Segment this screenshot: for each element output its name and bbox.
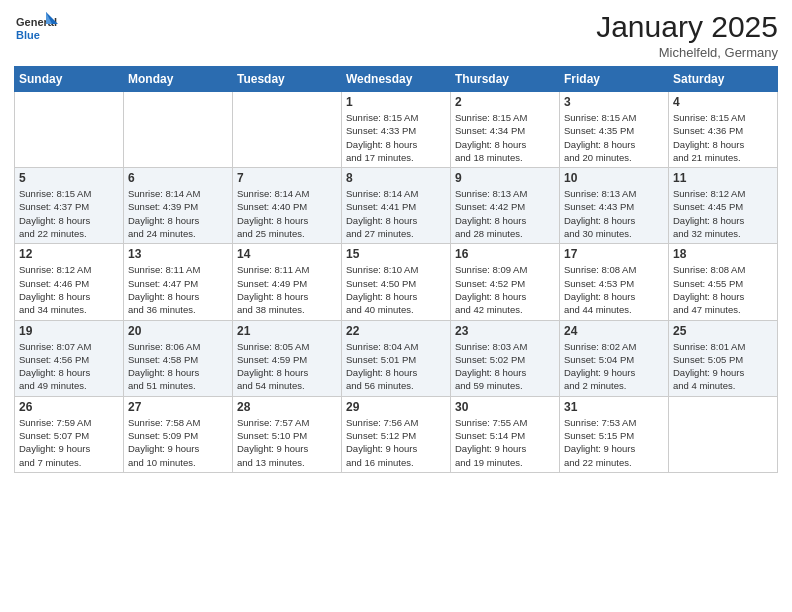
day-info: Sunrise: 8:15 AMSunset: 4:34 PMDaylight:…: [455, 111, 555, 164]
day-info: Sunrise: 8:15 AMSunset: 4:37 PMDaylight:…: [19, 187, 119, 240]
calendar-table: SundayMondayTuesdayWednesdayThursdayFrid…: [14, 66, 778, 473]
day-number: 10: [564, 171, 664, 185]
day-number: 15: [346, 247, 446, 261]
calendar-day-cell: 10Sunrise: 8:13 AMSunset: 4:43 PMDayligh…: [560, 168, 669, 244]
calendar-day-cell: 19Sunrise: 8:07 AMSunset: 4:56 PMDayligh…: [15, 320, 124, 396]
day-info: Sunrise: 8:11 AMSunset: 4:47 PMDaylight:…: [128, 263, 228, 316]
day-number: 4: [673, 95, 773, 109]
day-number: 21: [237, 324, 337, 338]
logo: General Blue: [14, 10, 58, 50]
day-info: Sunrise: 7:53 AMSunset: 5:15 PMDaylight:…: [564, 416, 664, 469]
day-number: 18: [673, 247, 773, 261]
calendar-day-cell: 7Sunrise: 8:14 AMSunset: 4:40 PMDaylight…: [233, 168, 342, 244]
day-number: 13: [128, 247, 228, 261]
day-number: 5: [19, 171, 119, 185]
calendar-day-cell: 31Sunrise: 7:53 AMSunset: 5:15 PMDayligh…: [560, 396, 669, 472]
day-info: Sunrise: 8:06 AMSunset: 4:58 PMDaylight:…: [128, 340, 228, 393]
calendar-header-row: SundayMondayTuesdayWednesdayThursdayFrid…: [15, 67, 778, 92]
day-number: 20: [128, 324, 228, 338]
day-info: Sunrise: 8:08 AMSunset: 4:55 PMDaylight:…: [673, 263, 773, 316]
header: General Blue January 2025 Michelfeld, Ge…: [14, 10, 778, 60]
calendar-day-cell: 27Sunrise: 7:58 AMSunset: 5:09 PMDayligh…: [124, 396, 233, 472]
calendar-header-monday: Monday: [124, 67, 233, 92]
day-number: 30: [455, 400, 555, 414]
calendar-week-row: 19Sunrise: 8:07 AMSunset: 4:56 PMDayligh…: [15, 320, 778, 396]
day-number: 25: [673, 324, 773, 338]
calendar-day-cell: 26Sunrise: 7:59 AMSunset: 5:07 PMDayligh…: [15, 396, 124, 472]
day-number: 27: [128, 400, 228, 414]
calendar-day-cell: 9Sunrise: 8:13 AMSunset: 4:42 PMDaylight…: [451, 168, 560, 244]
calendar-day-cell: 21Sunrise: 8:05 AMSunset: 4:59 PMDayligh…: [233, 320, 342, 396]
calendar-day-cell: 3Sunrise: 8:15 AMSunset: 4:35 PMDaylight…: [560, 92, 669, 168]
day-info: Sunrise: 8:03 AMSunset: 5:02 PMDaylight:…: [455, 340, 555, 393]
day-number: 24: [564, 324, 664, 338]
day-number: 1: [346, 95, 446, 109]
calendar-day-cell: [15, 92, 124, 168]
day-number: 19: [19, 324, 119, 338]
calendar-week-row: 5Sunrise: 8:15 AMSunset: 4:37 PMDaylight…: [15, 168, 778, 244]
calendar-day-cell: 8Sunrise: 8:14 AMSunset: 4:41 PMDaylight…: [342, 168, 451, 244]
day-number: 12: [19, 247, 119, 261]
day-number: 9: [455, 171, 555, 185]
day-info: Sunrise: 8:14 AMSunset: 4:40 PMDaylight:…: [237, 187, 337, 240]
day-info: Sunrise: 7:58 AMSunset: 5:09 PMDaylight:…: [128, 416, 228, 469]
calendar-header-thursday: Thursday: [451, 67, 560, 92]
calendar-header-friday: Friday: [560, 67, 669, 92]
calendar-day-cell: 18Sunrise: 8:08 AMSunset: 4:55 PMDayligh…: [669, 244, 778, 320]
day-info: Sunrise: 8:12 AMSunset: 4:46 PMDaylight:…: [19, 263, 119, 316]
day-number: 3: [564, 95, 664, 109]
calendar-day-cell: 24Sunrise: 8:02 AMSunset: 5:04 PMDayligh…: [560, 320, 669, 396]
day-info: Sunrise: 7:59 AMSunset: 5:07 PMDaylight:…: [19, 416, 119, 469]
calendar-header-sunday: Sunday: [15, 67, 124, 92]
day-number: 26: [19, 400, 119, 414]
day-info: Sunrise: 8:13 AMSunset: 4:42 PMDaylight:…: [455, 187, 555, 240]
calendar-day-cell: 22Sunrise: 8:04 AMSunset: 5:01 PMDayligh…: [342, 320, 451, 396]
day-number: 2: [455, 95, 555, 109]
day-info: Sunrise: 8:10 AMSunset: 4:50 PMDaylight:…: [346, 263, 446, 316]
day-info: Sunrise: 8:04 AMSunset: 5:01 PMDaylight:…: [346, 340, 446, 393]
day-info: Sunrise: 8:08 AMSunset: 4:53 PMDaylight:…: [564, 263, 664, 316]
day-number: 8: [346, 171, 446, 185]
calendar-day-cell: 23Sunrise: 8:03 AMSunset: 5:02 PMDayligh…: [451, 320, 560, 396]
day-number: 23: [455, 324, 555, 338]
calendar-day-cell: 29Sunrise: 7:56 AMSunset: 5:12 PMDayligh…: [342, 396, 451, 472]
day-number: 16: [455, 247, 555, 261]
day-info: Sunrise: 8:15 AMSunset: 4:36 PMDaylight:…: [673, 111, 773, 164]
calendar-day-cell: 12Sunrise: 8:12 AMSunset: 4:46 PMDayligh…: [15, 244, 124, 320]
calendar-day-cell: 6Sunrise: 8:14 AMSunset: 4:39 PMDaylight…: [124, 168, 233, 244]
location: Michelfeld, Germany: [596, 45, 778, 60]
day-info: Sunrise: 8:01 AMSunset: 5:05 PMDaylight:…: [673, 340, 773, 393]
day-info: Sunrise: 7:55 AMSunset: 5:14 PMDaylight:…: [455, 416, 555, 469]
day-info: Sunrise: 8:14 AMSunset: 4:39 PMDaylight:…: [128, 187, 228, 240]
day-number: 31: [564, 400, 664, 414]
calendar-week-row: 26Sunrise: 7:59 AMSunset: 5:07 PMDayligh…: [15, 396, 778, 472]
day-info: Sunrise: 8:14 AMSunset: 4:41 PMDaylight:…: [346, 187, 446, 240]
calendar-day-cell: 14Sunrise: 8:11 AMSunset: 4:49 PMDayligh…: [233, 244, 342, 320]
calendar-day-cell: 5Sunrise: 8:15 AMSunset: 4:37 PMDaylight…: [15, 168, 124, 244]
calendar-day-cell: 17Sunrise: 8:08 AMSunset: 4:53 PMDayligh…: [560, 244, 669, 320]
day-number: 7: [237, 171, 337, 185]
day-info: Sunrise: 8:15 AMSunset: 4:35 PMDaylight:…: [564, 111, 664, 164]
day-number: 11: [673, 171, 773, 185]
calendar-day-cell: [124, 92, 233, 168]
day-info: Sunrise: 7:56 AMSunset: 5:12 PMDaylight:…: [346, 416, 446, 469]
calendar-header-wednesday: Wednesday: [342, 67, 451, 92]
day-number: 14: [237, 247, 337, 261]
day-number: 29: [346, 400, 446, 414]
calendar-day-cell: 20Sunrise: 8:06 AMSunset: 4:58 PMDayligh…: [124, 320, 233, 396]
day-info: Sunrise: 8:13 AMSunset: 4:43 PMDaylight:…: [564, 187, 664, 240]
day-number: 17: [564, 247, 664, 261]
calendar-header-saturday: Saturday: [669, 67, 778, 92]
day-info: Sunrise: 8:12 AMSunset: 4:45 PMDaylight:…: [673, 187, 773, 240]
calendar-day-cell: 16Sunrise: 8:09 AMSunset: 4:52 PMDayligh…: [451, 244, 560, 320]
title-block: January 2025 Michelfeld, Germany: [596, 10, 778, 60]
svg-text:Blue: Blue: [16, 29, 40, 41]
day-number: 6: [128, 171, 228, 185]
day-info: Sunrise: 8:11 AMSunset: 4:49 PMDaylight:…: [237, 263, 337, 316]
day-info: Sunrise: 8:05 AMSunset: 4:59 PMDaylight:…: [237, 340, 337, 393]
calendar-day-cell: 25Sunrise: 8:01 AMSunset: 5:05 PMDayligh…: [669, 320, 778, 396]
day-number: 28: [237, 400, 337, 414]
day-info: Sunrise: 8:07 AMSunset: 4:56 PMDaylight:…: [19, 340, 119, 393]
calendar-day-cell: [233, 92, 342, 168]
day-info: Sunrise: 8:09 AMSunset: 4:52 PMDaylight:…: [455, 263, 555, 316]
